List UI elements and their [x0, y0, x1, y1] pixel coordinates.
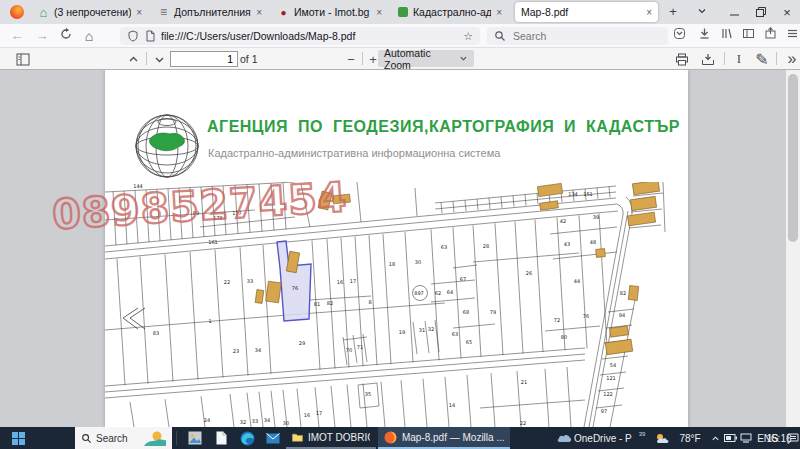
- new-tab-button[interactable]: +: [664, 3, 682, 21]
- parcel-number-label: 16: [304, 412, 310, 418]
- search-input[interactable]: [511, 29, 635, 43]
- tab-bar: ⌂(3 непрочетени) - АБВ поща×≡Допълнителн…: [0, 0, 800, 24]
- previous-page-icon[interactable]: [124, 51, 142, 67]
- tab[interactable]: ●Имоти - Imot.bg - Пазарът н×: [272, 2, 388, 22]
- parcel-number-label: 34: [264, 417, 270, 423]
- more-tools-icon[interactable]: »: [782, 51, 800, 67]
- photos-app-icon[interactable]: [184, 427, 206, 449]
- tab[interactable]: Map-8.pdf×: [515, 2, 658, 22]
- tab-close-icon[interactable]: ×: [376, 7, 382, 18]
- reload-icon: [60, 28, 72, 40]
- parcel-number-label: 33: [247, 278, 253, 284]
- onedrive-badge: 39: [636, 423, 648, 445]
- window-controls: ×: [722, 0, 800, 24]
- home-button[interactable]: ⌂: [80, 27, 98, 45]
- close-window-button[interactable]: ×: [774, 0, 800, 24]
- green-site-icon: [398, 7, 408, 17]
- parcel-number-label: 80: [561, 334, 567, 340]
- url-bar[interactable]: file:///C:/Users/user/Downloads/Map-8.pd…: [120, 27, 480, 45]
- tab-close-icon[interactable]: ×: [496, 7, 502, 18]
- parcel-number-label: 28: [483, 243, 489, 249]
- forward-button[interactable]: →: [33, 27, 51, 45]
- bookmark-star-icon[interactable]: ☆: [463, 30, 473, 43]
- network-icon[interactable]: [738, 427, 754, 449]
- library-icon[interactable]: [717, 27, 735, 45]
- parcel-number-label: 29: [299, 340, 305, 346]
- tab[interactable]: Кадастрално-административ×: [392, 2, 508, 22]
- browser-search-box[interactable]: [487, 27, 668, 45]
- zoom-out-button[interactable]: −: [342, 51, 360, 67]
- parcel-number-label: 35: [365, 391, 371, 397]
- scrollbar-track[interactable]: [786, 70, 800, 427]
- parcel-number-label: 1: [208, 318, 211, 324]
- onedrive-icon[interactable]: [556, 427, 572, 449]
- back-button[interactable]: ←: [8, 27, 26, 45]
- parcel-number-label: 30: [283, 420, 289, 426]
- taskbar-window-imot-dobrich[interactable]: IMOT DOBRICH: [286, 427, 376, 449]
- parcel-number-label: 65: [466, 339, 472, 345]
- parcel-number-label: 72: [554, 317, 560, 323]
- parcel-number-label: 32: [428, 326, 434, 332]
- page-count-label: of 1: [240, 53, 258, 65]
- tab-close-icon[interactable]: ×: [136, 7, 142, 18]
- onedrive-label[interactable]: OneDrive - P: [574, 427, 638, 449]
- window-button-label: Map-8.pdf — Mozilla ...: [402, 432, 504, 443]
- taskbar-search-box[interactable]: Search: [75, 427, 172, 449]
- scrollbar-thumb[interactable]: [788, 74, 798, 242]
- parcel-number-label: 39: [593, 214, 599, 220]
- tab-close-icon[interactable]: ×: [256, 7, 262, 18]
- share-icon[interactable]: [761, 27, 779, 45]
- parcel-number-label: 44: [574, 278, 580, 284]
- search-icon: [494, 30, 506, 42]
- firefox-view-icon[interactable]: [10, 5, 24, 19]
- pdf-sidebar-toggle-icon[interactable]: [14, 51, 32, 67]
- taskbar-window-map8-firefox[interactable]: Map-8.pdf — Mozilla ...: [378, 427, 510, 449]
- restore-button[interactable]: [748, 0, 774, 24]
- reload-button[interactable]: [57, 27, 75, 45]
- menu-icon[interactable]: [783, 27, 800, 45]
- zoom-select[interactable]: Automatic Zoom: [378, 50, 474, 67]
- minimize-button[interactable]: [722, 0, 748, 24]
- save-icon[interactable]: [699, 51, 717, 67]
- mail-icon[interactable]: [262, 427, 284, 449]
- parcel-number-label: 94: [619, 312, 625, 318]
- print-icon[interactable]: [673, 51, 691, 67]
- parcel-number-label: 48: [590, 239, 596, 245]
- windows-logo-icon: [12, 432, 25, 445]
- text-selection-tool-icon[interactable]: I: [730, 51, 748, 67]
- sidebars-icon[interactable]: [739, 27, 757, 45]
- url-text: file:///C:/Users/user/Downloads/Map-8.pd…: [161, 30, 458, 42]
- tab[interactable]: ⌂(3 непрочетени) - АБВ поща×: [32, 2, 148, 22]
- chevron-down-icon: [459, 54, 468, 63]
- next-page-icon[interactable]: [150, 51, 168, 67]
- start-button[interactable]: [0, 427, 36, 449]
- parcel-number-label: 42: [560, 218, 566, 224]
- pocket-icon[interactable]: [670, 27, 688, 45]
- action-center-icon[interactable]: [786, 427, 800, 449]
- page-number-input[interactable]: [170, 51, 238, 67]
- parcel-number-label: 26: [526, 270, 532, 276]
- downloads-icon[interactable]: [695, 27, 713, 45]
- list-tabs-button[interactable]: [693, 3, 711, 21]
- windows-taskbar: Search IMOT DOBRICH Map-8.pdf — Mozilla …: [0, 427, 800, 449]
- chevron-down-icon: [697, 6, 707, 16]
- tab-close-icon[interactable]: ×: [646, 7, 652, 18]
- tab-title: Имоти - Imot.bg - Пазарът н: [294, 6, 371, 18]
- parcel-number-label: 24: [204, 417, 210, 423]
- temperature-label[interactable]: 78°F: [673, 427, 707, 449]
- draw-tool-icon[interactable]: ✎: [753, 51, 771, 67]
- zoom-select-label: Automatic Zoom: [384, 47, 459, 71]
- parcel-number-label: 68: [463, 309, 469, 315]
- document-app-icon[interactable]: [210, 427, 232, 449]
- parcel-number-label: 70: [346, 347, 352, 353]
- edge-icon[interactable]: [236, 427, 258, 449]
- weather-icon[interactable]: [652, 427, 672, 449]
- tab[interactable]: ≡Допълнителният ресурс по×: [152, 2, 268, 22]
- battery-icon[interactable]: [722, 427, 738, 449]
- window-button-label: IMOT DOBRICH: [308, 432, 370, 443]
- parcel-number-label: 22: [520, 420, 526, 426]
- tray-expand-icon[interactable]: [708, 427, 722, 449]
- search-icon: [81, 433, 92, 444]
- parcel-number-label: 22: [224, 279, 230, 285]
- parcel-number-label: 63: [452, 331, 458, 337]
